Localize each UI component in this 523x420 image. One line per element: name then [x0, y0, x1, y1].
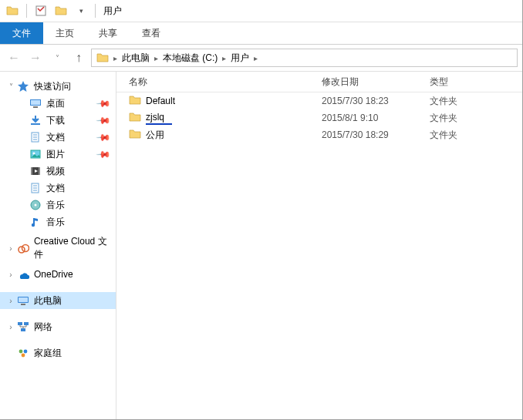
folder-qat-icon[interactable]: [5, 3, 20, 18]
expander-expand-icon[interactable]: ›: [6, 244, 15, 253]
sidebar-item-label: 桌面: [46, 97, 65, 110]
back-button[interactable]: ←: [5, 49, 23, 67]
tab-file[interactable]: 文件: [0, 22, 43, 44]
new-folder-qat-icon[interactable]: [53, 3, 69, 18]
sidebar-item-label: 视频: [46, 165, 65, 178]
this-pc-icon: [17, 294, 29, 307]
breadcrumb-drive[interactable]: 本地磁盘 (C:): [160, 49, 221, 66]
file-name: Default: [146, 96, 175, 106]
tab-view[interactable]: 查看: [130, 22, 173, 44]
sidebar-item-label: 下载: [46, 114, 65, 127]
tree-network[interactable]: › 网络: [0, 318, 116, 335]
table-row[interactable]: 公用2015/7/30 18:29文件夹: [116, 126, 522, 143]
sidebar-item-pictures[interactable]: ›图片📌: [0, 146, 116, 163]
folder-icon: [129, 94, 141, 109]
breadcrumb-users[interactable]: 用户: [228, 49, 252, 66]
tree-homegroup[interactable]: › 家庭组: [0, 344, 116, 361]
sidebar-item-documents[interactable]: ›文档📌: [0, 129, 116, 146]
qat-dropdown-icon[interactable]: ▾: [73, 3, 89, 18]
svg-point-30: [24, 350, 28, 354]
sidebar-item-downloads[interactable]: ›下载📌: [0, 112, 116, 129]
file-date: 2015/7/30 18:29: [322, 129, 430, 140]
svg-rect-27: [24, 322, 29, 325]
documents-icon: [29, 131, 42, 143]
table-row[interactable]: zjslq2015/8/1 9:10文件夹: [116, 109, 522, 126]
folder-icon: [129, 128, 141, 143]
file-date: 2015/7/30 18:23: [322, 96, 430, 106]
file-date: 2015/8/1 9:10: [322, 113, 430, 123]
sidebar-item-videos[interactable]: ›视频: [0, 163, 116, 180]
qat-divider: [26, 4, 27, 18]
svg-rect-25: [21, 304, 25, 305]
svg-rect-26: [18, 322, 22, 325]
col-name-header[interactable]: 名称: [116, 76, 322, 89]
file-name: zjslq: [146, 112, 172, 125]
breadcrumb-root-icon[interactable]: [93, 49, 112, 66]
star-icon: [17, 80, 29, 92]
breadcrumb-bar[interactable]: ▸ 此电脑 ▸ 本地磁盘 (C:) ▸ 用户 ▸: [91, 49, 518, 67]
sidebar-item-music-disc[interactable]: ›音乐: [0, 197, 116, 213]
tab-file-label: 文件: [12, 27, 31, 40]
file-type: 文件夹: [430, 95, 522, 108]
ribbon-tabs: 文件 主页 共享 查看: [0, 22, 522, 45]
tree-creative-cloud[interactable]: › Creative Cloud 文件: [0, 240, 116, 257]
sidebar-item-label: 图片: [46, 148, 65, 161]
sidebar-item-documents[interactable]: ›文档: [0, 180, 116, 197]
tree-label: OneDrive: [34, 269, 73, 280]
svg-rect-4: [31, 123, 40, 125]
col-type-header[interactable]: 类型: [430, 76, 522, 89]
pictures-icon: [29, 148, 42, 160]
tab-share[interactable]: 共享: [86, 22, 130, 44]
recent-dropdown-icon[interactable]: ˅: [48, 49, 66, 67]
file-type: 文件夹: [430, 112, 522, 125]
tree-label: 家庭组: [34, 347, 62, 360]
chevron-right-icon[interactable]: ▸: [252, 54, 259, 62]
pin-icon: 📌: [96, 113, 112, 129]
pin-icon: 📌: [96, 96, 112, 112]
homegroup-icon: [17, 347, 29, 359]
address-bar: ← → ˅ ↑ ▸ 此电脑 ▸ 本地磁盘 (C:) ▸ 用户 ▸: [0, 45, 522, 72]
svg-rect-12: [31, 167, 32, 175]
expander-expand-icon[interactable]: ›: [6, 270, 15, 279]
chevron-right-icon[interactable]: ▸: [153, 54, 160, 62]
videos-icon: [29, 165, 42, 177]
up-button[interactable]: ↑: [69, 49, 88, 67]
expander-expand-icon[interactable]: ›: [6, 297, 15, 305]
chevron-right-icon[interactable]: ▸: [221, 54, 228, 62]
breadcrumb-this-pc[interactable]: 此电脑: [119, 49, 153, 66]
sidebar-item-label: 音乐: [46, 216, 65, 229]
downloads-icon: [29, 114, 42, 126]
expander-collapse-icon[interactable]: ˅: [6, 82, 15, 91]
tree-onedrive[interactable]: › OneDrive: [0, 266, 116, 283]
network-icon: [17, 321, 29, 333]
properties-qat-icon[interactable]: [33, 3, 49, 18]
tab-view-label: 查看: [142, 27, 160, 40]
explorer-window: ▾ 用户 文件 主页 共享 查看 ← → ˅ ↑ ▸ 此电脑 ▸ 本地磁盘 (C…: [0, 0, 523, 420]
window-title: 用户: [103, 5, 122, 18]
table-row[interactable]: Default2015/7/30 18:23文件夹: [116, 92, 522, 109]
svg-point-20: [32, 223, 35, 227]
col-date-header[interactable]: 修改日期: [322, 76, 430, 89]
music-note-icon: [29, 216, 42, 228]
sidebar-item-desktop[interactable]: ›桌面📌: [0, 95, 116, 112]
svg-rect-2: [31, 100, 40, 105]
forward-button[interactable]: →: [26, 49, 45, 67]
tree-label: 网络: [34, 321, 52, 334]
chevron-right-icon[interactable]: ▸: [112, 54, 119, 62]
desktop-icon: [29, 97, 42, 109]
sidebar-item-label: 文档: [46, 131, 65, 144]
onedrive-icon: [17, 268, 29, 281]
tab-home[interactable]: 主页: [43, 22, 86, 44]
tree-quick-access[interactable]: ˅ 快速访问: [0, 78, 116, 95]
svg-point-22: [22, 245, 29, 252]
navigation-pane: ˅ 快速访问 ›桌面📌›下载📌›文档📌›图片📌›视频›文档›音乐›音乐 › Cr…: [0, 72, 116, 419]
tree-label: 此电脑: [34, 294, 62, 307]
sidebar-item-music-note[interactable]: ›音乐: [0, 213, 116, 230]
tab-home-label: 主页: [56, 27, 74, 40]
tree-label: Creative Cloud 文件: [34, 235, 116, 261]
tab-share-label: 共享: [99, 27, 117, 40]
sidebar-item-label: 文档: [46, 182, 65, 195]
expander-expand-icon[interactable]: ›: [6, 323, 15, 331]
tree-this-pc[interactable]: › 此电脑: [0, 292, 116, 309]
svg-rect-24: [19, 297, 28, 302]
